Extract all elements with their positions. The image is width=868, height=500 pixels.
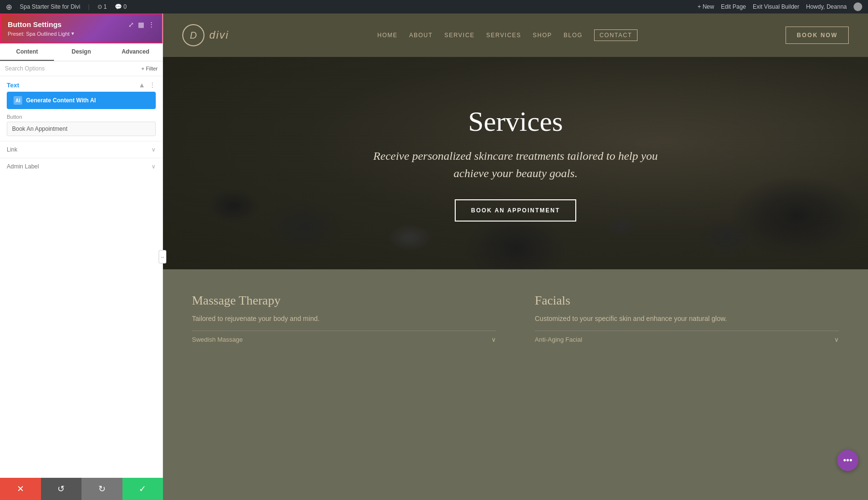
- services-grid: Massage Therapy Tailored to rejuvenate y…: [192, 293, 839, 348]
- site-nav: HOME ABOUT SERVICE SERVICES SHOP BLOG CO…: [378, 29, 637, 41]
- facials-treatment[interactable]: Anti-Aging Facial ∨: [535, 331, 839, 348]
- logo-circle: D: [182, 24, 204, 46]
- edit-page-link[interactable]: Edit Page: [721, 3, 746, 10]
- panel-body: Text ▲ ⋮ AI Generate Content With AI But…: [0, 76, 163, 485]
- tab-design[interactable]: Design: [54, 43, 108, 61]
- admin-label-text: Admin Label: [7, 163, 39, 170]
- link-section: Link ∨: [0, 141, 163, 158]
- exit-builder-link[interactable]: Exit Visual Builder: [753, 3, 800, 10]
- admin-links: + New Edit Page Exit Visual Builder Howd…: [698, 2, 862, 11]
- panel-tabs: Content Design Advanced: [0, 43, 163, 61]
- settings-panel: Button Settings ⤢ ▦ ⋮ Preset: Spa Outlin…: [0, 14, 163, 500]
- facials-title: Facials: [535, 293, 839, 308]
- panel-search: + Filter: [0, 61, 163, 76]
- tab-content[interactable]: Content: [0, 43, 54, 61]
- floating-action-button[interactable]: •••: [837, 450, 858, 471]
- wp-logo-icon[interactable]: ⊕: [6, 2, 12, 12]
- wp-admin-bar: ⊕ Spa Starter Site for Divi | ⊙ 1 💬 0 + …: [0, 0, 868, 14]
- service-item-massage: Massage Therapy Tailored to rejuvenate y…: [192, 293, 496, 348]
- massage-chevron-icon: ∨: [491, 336, 496, 343]
- hero-cta-button[interactable]: BOOK AN APPOINTMENT: [455, 199, 576, 222]
- save-button[interactable]: ✓: [122, 478, 163, 500]
- services-section: Massage Therapy Tailored to rejuvenate y…: [163, 269, 868, 500]
- admin-label-section: Admin Label ∨: [0, 158, 163, 175]
- fab-icon: •••: [843, 456, 853, 466]
- link-label: Link: [7, 146, 17, 153]
- collapse-icon[interactable]: ▲: [138, 81, 145, 89]
- logo-text: divi: [209, 29, 229, 42]
- nav-home[interactable]: HOME: [378, 32, 398, 39]
- massage-treatment[interactable]: Swedish Massage ∨: [192, 331, 496, 348]
- admin-label-header[interactable]: Admin Label ∨: [0, 158, 163, 175]
- panel-preset[interactable]: Preset: Spa Outlined Light ▾: [8, 30, 155, 37]
- site-logo: D divi: [182, 24, 229, 46]
- preview-area: D divi HOME ABOUT SERVICE SERVICES SHOP …: [163, 14, 868, 500]
- text-section-title: Text: [7, 82, 19, 89]
- button-field-label: Button: [0, 114, 163, 122]
- undo-button[interactable]: ↺: [41, 478, 82, 500]
- ai-generate-button[interactable]: AI Generate Content With AI: [7, 92, 156, 109]
- fullscreen-icon[interactable]: ⤢: [128, 21, 134, 28]
- nav-shop[interactable]: SHOP: [533, 32, 552, 39]
- howdy-text: Howdy, Deanna: [806, 3, 847, 10]
- new-link[interactable]: + New: [698, 3, 714, 10]
- site-header: D divi HOME ABOUT SERVICE SERVICES SHOP …: [163, 14, 868, 57]
- facials-chevron-icon: ∨: [834, 336, 839, 343]
- service-item-facials: Facials Customized to your specific skin…: [535, 293, 839, 348]
- link-section-header[interactable]: Link ∨: [0, 141, 163, 158]
- hero-section: Services Receive personalized skincare t…: [163, 57, 868, 269]
- button-text-input[interactable]: [7, 122, 156, 136]
- layout-icon[interactable]: ▦: [138, 21, 144, 28]
- ai-icon: AI: [14, 96, 22, 105]
- site-name[interactable]: Spa Starter Site for Divi: [20, 3, 80, 10]
- admin-label-chevron-icon: ∨: [151, 163, 156, 170]
- nav-service[interactable]: SERVICE: [444, 32, 475, 39]
- nav-about[interactable]: ABOUT: [409, 32, 433, 39]
- book-now-header-button[interactable]: BOOK NOW: [786, 27, 849, 44]
- filter-button[interactable]: + Filter: [141, 66, 158, 71]
- panel-title: Button Settings: [8, 20, 62, 28]
- ai-generate-label: Generate Content With AI: [26, 97, 96, 104]
- more-icon[interactable]: ⋮: [148, 21, 155, 28]
- bottom-action-bar: ✕ ↺ ↻ ✓: [0, 478, 163, 500]
- massage-title: Massage Therapy: [192, 293, 496, 308]
- resize-handle[interactable]: ↔: [159, 250, 166, 264]
- nav-contact[interactable]: CONTACT: [594, 29, 637, 41]
- notification-count: 💬 0: [115, 3, 127, 10]
- avatar: [854, 2, 862, 11]
- cancel-button[interactable]: ✕: [0, 478, 41, 500]
- panel-header: Button Settings ⤢ ▦ ⋮ Preset: Spa Outlin…: [0, 14, 163, 43]
- nav-services[interactable]: SERVICES: [486, 32, 521, 39]
- hero-subtitle: Receive personalized skincare treatments…: [356, 147, 675, 182]
- search-input[interactable]: [5, 65, 137, 72]
- main-layout: Button Settings ⤢ ▦ ⋮ Preset: Spa Outlin…: [0, 14, 868, 500]
- nav-blog[interactable]: BLOG: [564, 32, 583, 39]
- comment-count: ⊙ 1: [97, 3, 107, 10]
- hero-content: Services Receive personalized skincare t…: [163, 57, 868, 269]
- redo-button[interactable]: ↻: [81, 478, 122, 500]
- hero-title: Services: [468, 105, 563, 138]
- massage-description: Tailored to rejuvenate your body and min…: [192, 314, 496, 324]
- link-chevron-icon: ∨: [151, 146, 156, 153]
- text-section-header: Text ▲ ⋮: [0, 76, 163, 92]
- facials-description: Customized to your specific skin and enh…: [535, 314, 839, 324]
- section-menu-icon[interactable]: ⋮: [149, 81, 156, 89]
- tab-advanced[interactable]: Advanced: [108, 43, 163, 61]
